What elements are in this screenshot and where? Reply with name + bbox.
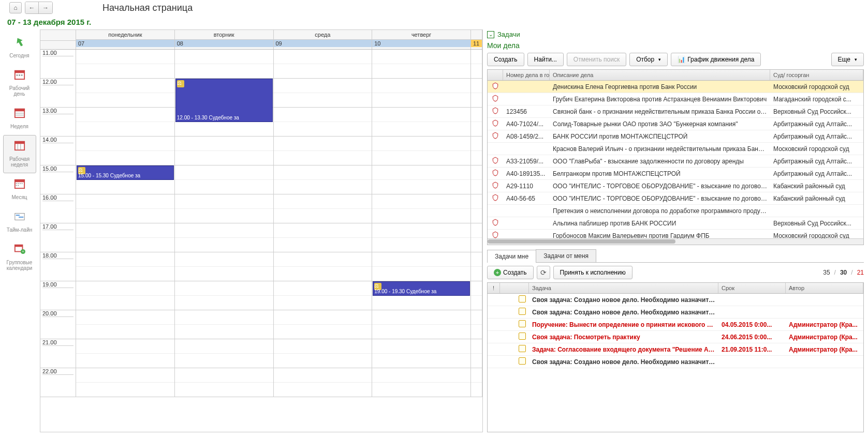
shield-icon — [488, 95, 503, 103]
case-row[interactable]: Грубич Екатерина Викторовна против Астра… — [488, 93, 863, 105]
calendar-view-icon — [13, 68, 26, 81]
sidebar-item-2[interactable]: Неделя — [3, 102, 36, 135]
home-button[interactable]: ⌂ — [9, 2, 22, 13]
date-range: 07 - 13 декабря 2015 г. — [0, 16, 868, 28]
shield-icon — [488, 182, 503, 190]
shield-icon — [488, 157, 503, 165]
task-row[interactable]: Своя задача: Создано новое дело. Необход… — [488, 306, 863, 319]
case-row[interactable]: А08-1459/2...БАНК РОССИИ против МОНТАЖСП… — [488, 130, 863, 143]
col-task-name: Задача — [529, 283, 718, 293]
calendar-event[interactable]: ⚖12.00 - 13.30 Судебное за — [175, 79, 273, 122]
svg-rect-15 — [16, 183, 17, 184]
sidebar-item-0[interactable]: Сегодня — [3, 32, 36, 64]
col-task-author: Автор — [786, 283, 863, 293]
tab-tasks-from-me[interactable]: Задачи от меня — [536, 249, 596, 262]
svg-rect-23 — [19, 217, 23, 218]
collapse-tasks-icon[interactable]: ⌄ — [487, 31, 494, 38]
svg-text:+: + — [22, 249, 24, 254]
case-row[interactable]: А29-1110ООО "ИНТЕЛИС - ТОРГОВОЕ ОБОРУДОВ… — [488, 180, 863, 192]
calendar-view-icon — [13, 177, 26, 190]
forward-button[interactable]: → — [39, 2, 52, 13]
col-case-number: Номер дела в го... — [503, 70, 550, 80]
svg-rect-25 — [14, 245, 22, 247]
task-count-1: 35 — [823, 269, 830, 276]
svg-rect-4 — [21, 74, 22, 76]
case-row[interactable]: А40-56-65ООО "ИНТЕЛИС - ТОРГОВОЕ ОБОРУДО… — [488, 192, 863, 205]
shield-icon — [488, 169, 503, 178]
col-case-court: Суд/ госорган — [770, 70, 863, 80]
calendar-view-icon: + — [13, 242, 26, 255]
case-row[interactable]: Денискина Елена Георгиевна против Банк Р… — [488, 81, 863, 93]
sidebar-item-1[interactable]: Рабочий день — [3, 64, 36, 102]
sidebar-item-4[interactable]: Месяц — [3, 173, 36, 206]
case-row[interactable]: Альпина паблишер против БАНК РОССИИВерхо… — [488, 217, 863, 230]
sidebar-item-3[interactable]: Рабочая неделя — [3, 135, 36, 173]
shield-icon — [488, 219, 503, 228]
calendar-view-icon — [13, 106, 26, 119]
svg-rect-22 — [16, 215, 19, 216]
case-row[interactable]: 123456Связной банк - о признании недейст… — [488, 105, 863, 118]
svg-rect-19 — [16, 185, 17, 186]
document-icon — [519, 357, 526, 365]
refresh-icon: ⟳ — [540, 268, 547, 277]
document-icon — [519, 308, 526, 315]
shield-icon — [488, 107, 503, 116]
cancel-search-button[interactable]: Отменить поиск — [567, 53, 626, 66]
task-count-overdue: 21 — [857, 269, 864, 276]
calendar-view-icon — [13, 35, 26, 49]
create-case-button[interactable]: Создать — [487, 53, 524, 66]
task-row[interactable]: Своя задача: Создано новое дело. Необход… — [488, 356, 863, 368]
scales-icon: ⚖ — [177, 80, 184, 87]
task-count-2: 30 — [840, 269, 847, 276]
calendar-view-icon — [13, 209, 26, 223]
sidebar-item-6[interactable]: +Групповые календари — [3, 238, 36, 277]
calendar-event[interactable]: ⚖19.00 - 19.30 Судебное за — [373, 281, 470, 296]
svg-rect-16 — [18, 183, 19, 184]
create-task-button[interactable]: + Создать — [487, 266, 534, 279]
page-title: Начальная страница — [102, 3, 193, 13]
more-button[interactable]: Еще — [831, 53, 864, 66]
find-button[interactable]: Найти... — [527, 53, 564, 66]
case-chart-button[interactable]: 📊 График движения дела — [671, 53, 761, 66]
task-row[interactable]: Своя задача: Создано новое дело. Необход… — [488, 294, 863, 306]
shield-icon — [488, 194, 503, 203]
accept-task-button[interactable]: Принять к исполнению — [553, 266, 632, 279]
col-case-description: Описание дела — [550, 70, 770, 80]
my-cases-title: Мои дела — [487, 41, 864, 50]
case-row[interactable]: А40-189135...Белгранкорм против МОНТАЖСП… — [488, 168, 863, 180]
case-row[interactable]: Краснов Валерий Ильич - о признании неде… — [488, 143, 863, 155]
shield-icon — [488, 82, 503, 91]
case-row[interactable]: А33-21059/...ООО "ГлавРыба" - взыскание … — [488, 155, 863, 168]
document-icon — [519, 333, 526, 340]
case-row[interactable]: Претензия о неисполнении договора по дор… — [488, 205, 863, 217]
svg-rect-3 — [19, 74, 20, 76]
tab-tasks-to-me[interactable]: Задачи мне — [487, 250, 536, 263]
task-row[interactable]: Задача: Согласование входящего документа… — [488, 343, 863, 356]
col-task-priority: ! — [488, 283, 500, 293]
cases-hscroll-thumb[interactable] — [488, 239, 675, 244]
task-row[interactable]: Своя задача: Посмотреть практику24.06.20… — [488, 331, 863, 343]
svg-rect-20 — [18, 185, 19, 186]
back-button[interactable]: ← — [25, 2, 39, 13]
sidebar-item-5[interactable]: Тайм-лайн — [3, 206, 36, 238]
document-icon — [519, 295, 526, 303]
tasks-section-title: Задачи — [497, 31, 520, 38]
case-row[interactable]: А40-71024/...Солид-Товарные рынки ОАО пр… — [488, 118, 863, 130]
case-row[interactable]: Горбоносов Максим Валерьевич против Гард… — [488, 230, 863, 238]
document-icon — [519, 345, 526, 352]
svg-rect-14 — [14, 180, 24, 183]
add-icon: + — [494, 269, 501, 276]
shield-icon — [488, 119, 503, 128]
shield-icon — [488, 132, 503, 141]
document-icon — [519, 320, 526, 327]
calendar-view-icon — [13, 139, 26, 152]
svg-rect-6 — [14, 109, 24, 112]
refresh-button[interactable]: ⟳ — [537, 266, 550, 279]
svg-rect-1 — [14, 71, 24, 73]
svg-rect-17 — [20, 183, 21, 184]
svg-rect-10 — [14, 142, 24, 144]
calendar-event[interactable]: ⚖15.00 - 15.30 Судебное за — [77, 165, 174, 180]
filter-button[interactable]: Отбор — [629, 53, 668, 66]
task-row[interactable]: Поручение: Вынести определение о приняти… — [488, 319, 863, 331]
svg-rect-2 — [16, 74, 18, 76]
